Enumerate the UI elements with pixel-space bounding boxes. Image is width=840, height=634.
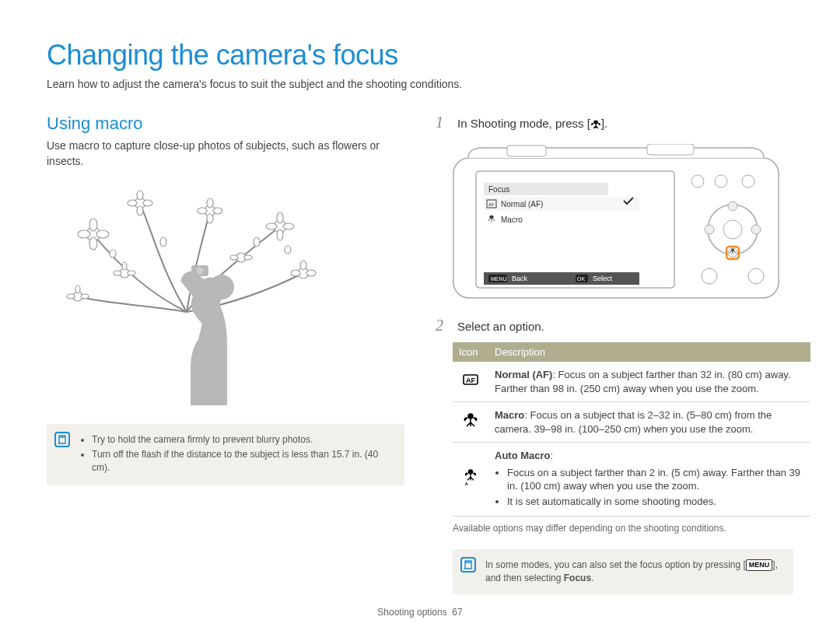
table-row: AF Normal (AF): Focus on a subject farth… (453, 362, 810, 402)
two-column-layout: Using macro Use macro to capture close-u… (47, 114, 793, 594)
macro-icon (453, 402, 488, 443)
svg-point-41 (197, 268, 203, 274)
row-title: Auto Macro (495, 450, 551, 461)
svg-point-18 (137, 191, 143, 200)
svg-point-25 (67, 294, 75, 299)
svg-point-7 (283, 223, 294, 229)
using-macro-para: Use macro to capture close-up photos of … (47, 138, 404, 169)
svg-point-11 (198, 208, 207, 214)
svg-point-29 (114, 271, 121, 275)
hdr-description: Description (488, 342, 810, 362)
step-number: 1 (436, 114, 450, 131)
step-2: 2 Select an option. (436, 317, 793, 335)
hdr-icon: Icon (453, 342, 488, 362)
tips-note-box: Try to hold the camera firmly to prevent… (47, 424, 404, 485)
screen-select-label: Select (593, 275, 613, 282)
normal-af-desc: Normal (AF): Focus on a subject farther … (488, 362, 810, 402)
table-row: Macro: Focus on a subject that is 2–32 i… (453, 402, 810, 443)
tip-item: Turn off the flash if the distance to th… (92, 448, 394, 475)
camera-illustration: Focus AF Normal (AF) Macro MENU Back OK … (453, 144, 779, 299)
svg-point-3 (89, 219, 97, 231)
svg-point-6 (266, 223, 277, 229)
svg-point-14 (207, 214, 213, 223)
note2-pre: In some modes, you can also set the focu… (485, 559, 746, 570)
auto-macro-desc: Auto Macro: Focus on a subject farther t… (488, 443, 810, 517)
screen-ok-btn: OK (577, 276, 585, 282)
svg-point-56 (742, 175, 754, 187)
macro-illustration (47, 187, 327, 405)
auto-macro-icon: A (453, 443, 488, 517)
svg-text:A: A (464, 482, 468, 486)
svg-point-21 (291, 270, 300, 276)
note-icon (54, 432, 70, 447)
svg-point-61 (705, 225, 714, 234)
svg-point-23 (300, 261, 306, 270)
row-colon: : (551, 450, 554, 461)
screen-opt1: Normal (AF) (501, 200, 543, 208)
page-title: Changing the camera's focus (47, 39, 793, 72)
svg-point-64 (702, 268, 717, 284)
svg-point-16 (128, 200, 137, 206)
svg-point-38 (285, 246, 291, 254)
svg-point-27 (75, 285, 80, 293)
row-bullet: It is set automatically in some shooting… (507, 495, 804, 509)
step-number: 2 (436, 317, 450, 335)
manual-page: Changing the camera's focus Learn how to… (0, 0, 840, 633)
svg-point-36 (254, 237, 260, 247)
svg-point-59 (728, 201, 737, 211)
table-row: A Auto Macro: Focus on a subject farther… (453, 443, 810, 517)
note2-focus: Focus (564, 573, 591, 583)
svg-point-34 (244, 255, 252, 260)
svg-point-2 (96, 230, 109, 238)
step1-post: ]. (601, 117, 607, 130)
svg-rect-44 (507, 145, 546, 156)
macro-button-icon (590, 119, 601, 130)
availability-note: Available options may differ depending o… (453, 523, 793, 534)
svg-text:AF: AF (466, 377, 475, 384)
svg-point-33 (230, 255, 238, 260)
page-footer: Shooting options 67 (47, 607, 793, 618)
svg-text:AF: AF (488, 202, 495, 207)
left-column: Using macro Use macro to capture close-u… (47, 114, 404, 594)
screen-back-label: Back (512, 275, 528, 282)
svg-point-58 (723, 220, 742, 239)
svg-point-55 (715, 175, 727, 187)
page-intro: Learn how to adjust the camera's focus t… (47, 78, 793, 90)
normal-af-icon: AF (453, 362, 488, 402)
note2-post: . (591, 573, 593, 583)
svg-point-30 (128, 271, 135, 275)
note-icon (460, 557, 476, 573)
svg-point-8 (277, 212, 283, 223)
svg-point-1 (78, 230, 90, 238)
menu-note-box: In some modes, you can also set the focu… (453, 549, 793, 594)
row-title: Normal (AF) (495, 369, 552, 380)
row-title: Macro (495, 409, 524, 421)
screen-menu-btn: MENU (491, 276, 507, 282)
svg-point-19 (137, 206, 143, 215)
svg-point-13 (207, 198, 213, 208)
row-body: : Focus on a subject that is 2–32 in. (5… (495, 409, 772, 435)
svg-point-4 (89, 237, 97, 250)
step-2-text: Select an option. (457, 320, 544, 333)
footer-section: Shooting options (377, 607, 446, 618)
step-1-text: In Shooting mode, press []. (457, 117, 607, 130)
step1-pre: In Shooting mode, press [ (457, 117, 590, 130)
svg-point-65 (748, 268, 764, 284)
svg-point-22 (306, 270, 316, 276)
svg-point-9 (277, 229, 283, 240)
tip-item: Try to hold the camera firmly to prevent… (92, 433, 394, 447)
svg-point-37 (110, 250, 116, 257)
menu-button-label: MENU (746, 559, 773, 571)
svg-rect-43 (647, 144, 694, 155)
screen-opt2: Macro (501, 215, 523, 224)
right-column: 1 In Shooting mode, press []. Focus AF (436, 114, 793, 594)
svg-point-17 (143, 200, 152, 206)
using-macro-heading: Using macro (47, 114, 404, 134)
row-bullet: Focus on a subject farther than 2 in. (5… (507, 466, 804, 493)
svg-point-26 (81, 294, 89, 299)
macro-desc: Macro: Focus on a subject that is 2–32 i… (488, 402, 810, 443)
focus-options-table: Icon Description AF Normal (AF): Focus o… (453, 342, 810, 517)
svg-point-62 (751, 225, 761, 234)
step-1: 1 In Shooting mode, press []. (436, 114, 793, 131)
footer-page-number: 67 (452, 607, 462, 618)
